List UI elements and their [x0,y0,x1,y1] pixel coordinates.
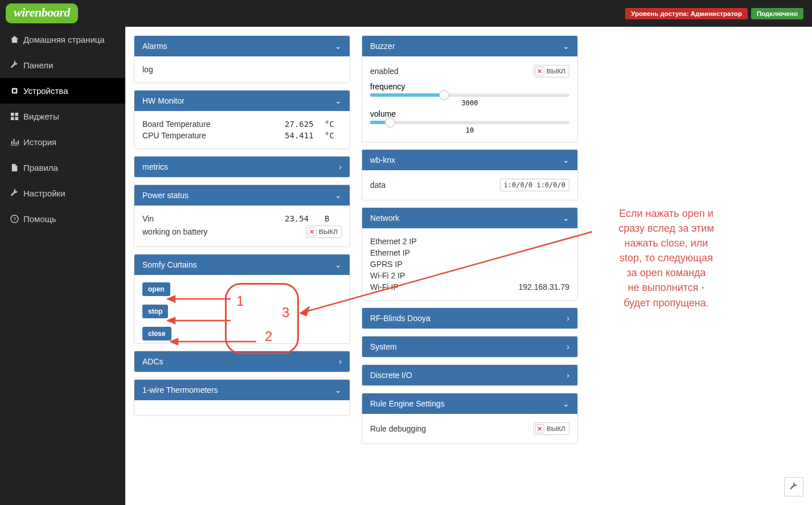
chevron-down-icon: ⌄ [335,42,342,51]
sidebar-item-help[interactable]: ?Помощь [0,206,125,232]
board-temp-label: Board Temperature [142,120,285,129]
close-icon: ✕ [307,227,317,236]
sidebar-item-devices[interactable]: Устройства [0,78,125,104]
open-button[interactable]: open [142,282,170,296]
adcs-header[interactable]: ADCs› [134,351,350,372]
nav-list: Домашняя страница Панели Устройства Видж… [0,27,125,232]
alarms-header[interactable]: Alarms⌄ [134,36,350,56]
sidebar-item-settings[interactable]: Настройки [0,180,125,206]
gprs-row: GPRS IP [370,258,569,270]
rf-blinds-header[interactable]: RF-Blinds Dooya› [362,308,577,329]
discrete-io-header[interactable]: Discrete I/O› [362,365,577,385]
chevron-down-icon: ⌄ [335,260,342,269]
status-badges: Уровень доступа: Администратор Подключен… [625,8,803,19]
enabled-label: enabled [370,67,534,76]
chevron-down-icon: ⌄ [563,214,569,223]
wrench-icon [10,189,19,198]
onewire-header[interactable]: 1-wire Thermometers⌄ [134,380,350,400]
sidebar-item-home[interactable]: Домашняя страница [0,27,125,52]
sidebar-item-widgets[interactable]: Виджеты [0,104,125,129]
enabled-toggle[interactable]: ✕ВЫКЛ [534,65,569,77]
discrete-io-panel: Discrete I/O› [362,364,578,386]
metrics-header[interactable]: metrics› [134,157,350,177]
alarms-log: log [142,64,342,75]
annotation-number-3: 3 [282,305,289,321]
onewire-panel: 1-wire Thermometers⌄ [134,379,350,416]
sidebar-item-history[interactable]: История [0,129,125,155]
alarms-panel: Alarms⌄ log [134,35,350,83]
sidebar-item-rules[interactable]: Правила [0,155,125,180]
grid-icon [10,112,19,121]
rule-engine-header[interactable]: Rule Engine Settings⌄ [362,393,577,414]
wifi-row: Wi-Fi IP192.168.31.79 [370,281,569,293]
chevron-down-icon: ⌄ [563,155,569,165]
volume-value: 10 [370,126,569,134]
board-temp-value: 27.625 [285,120,325,129]
logo: wirenboard [6,3,78,23]
svg-text:?: ? [13,216,16,222]
chevron-right-icon: › [339,162,342,171]
cpu-temp-label: CPU Temperature [142,131,285,140]
close-icon: ✕ [535,424,544,433]
help-icon: ? [10,215,19,223]
knx-data-value: i:0/0/0 i:0/0/0 [500,179,569,191]
connection-badge: Подключено [751,8,803,19]
frequency-slider[interactable] [370,93,569,97]
sidebar-item-panels[interactable]: Панели [0,52,125,78]
annotation-number-1: 1 [236,293,244,309]
column-left: Alarms⌄ log HW Monitor⌄ Board Temperatur… [134,35,350,444]
column-right: Buzzer⌄ enabled✕ВЫКЛ frequency 3000 volu… [362,35,578,444]
wb-knx-panel: wb-knx⌄ datai:0/0/0 i:0/0/0 [362,149,578,200]
rule-engine-panel: Rule Engine Settings⌄ Rule debugging✕ВЫК… [362,393,578,444]
close-icon: ✕ [535,67,544,76]
network-panel: Network⌄ Ethernet 2 IP Ethernet IP GPRS … [362,207,578,301]
annotation-text: Если нажать open и сразу вслед за этим н… [601,206,732,310]
chart-icon [10,138,19,146]
battery-label: working on battery [142,227,306,236]
hw-monitor-panel: HW Monitor⌄ Board Temperature27.625°C CP… [134,90,350,149]
rule-debug-toggle[interactable]: ✕ВЫКЛ [534,422,569,435]
main-content: Alarms⌄ log HW Monitor⌄ Board Temperatur… [125,27,812,505]
stop-button[interactable]: stop [142,305,168,318]
access-level-badge: Уровень доступа: Администратор [625,8,748,19]
knx-data-label: data [370,180,500,190]
power-status-header[interactable]: Power status⌄ [134,185,350,206]
frequency-value: 3000 [370,99,569,107]
rf-blinds-panel: RF-Blinds Dooya› [362,307,578,329]
wb-knx-header[interactable]: wb-knx⌄ [362,150,577,170]
wifi2-row: Wi-Fi 2 IP [370,270,569,281]
chevron-right-icon: › [567,314,569,323]
page-settings-button[interactable] [784,477,803,496]
top-bar: wirenboard Уровень доступа: Администрато… [0,0,812,27]
volume-slider[interactable] [370,121,569,124]
close-button[interactable]: close [142,327,171,340]
somfy-header[interactable]: Somfy Curtains⌄ [134,254,350,275]
sidebar: Домашняя страница Панели Устройства Видж… [0,27,125,505]
power-status-panel: Power status⌄ Vin23.54B working on batte… [134,184,350,247]
wrench-icon [10,61,19,69]
gear-icon [10,87,19,95]
chevron-down-icon: ⌄ [563,42,569,51]
chevron-right-icon: › [339,357,342,366]
buzzer-header[interactable]: Buzzer⌄ [362,36,577,56]
eth-row: Ethernet IP [370,247,569,258]
wifi-ip-value: 192.168.31.79 [518,282,569,291]
volume-label: volume [370,109,396,118]
system-header[interactable]: System› [362,336,577,357]
battery-toggle[interactable]: ✕ВЫКЛ [306,225,342,238]
chevron-down-icon: ⌄ [563,399,569,408]
chevron-right-icon: › [567,342,569,351]
hw-monitor-header[interactable]: HW Monitor⌄ [134,91,350,111]
file-icon [10,163,19,172]
vin-label: Vin [142,214,285,223]
rule-debug-label: Rule debugging [370,424,534,433]
chevron-down-icon: ⌄ [335,385,342,395]
vin-value: 23.54 [285,214,325,223]
network-header[interactable]: Network⌄ [362,208,577,228]
chevron-down-icon: ⌄ [335,191,342,200]
frequency-label: frequency [370,82,405,91]
chevron-down-icon: ⌄ [335,96,342,105]
chevron-right-icon: › [567,371,569,380]
cpu-temp-value: 54.411 [285,131,325,140]
buzzer-panel: Buzzer⌄ enabled✕ВЫКЛ frequency 3000 volu… [362,35,578,142]
